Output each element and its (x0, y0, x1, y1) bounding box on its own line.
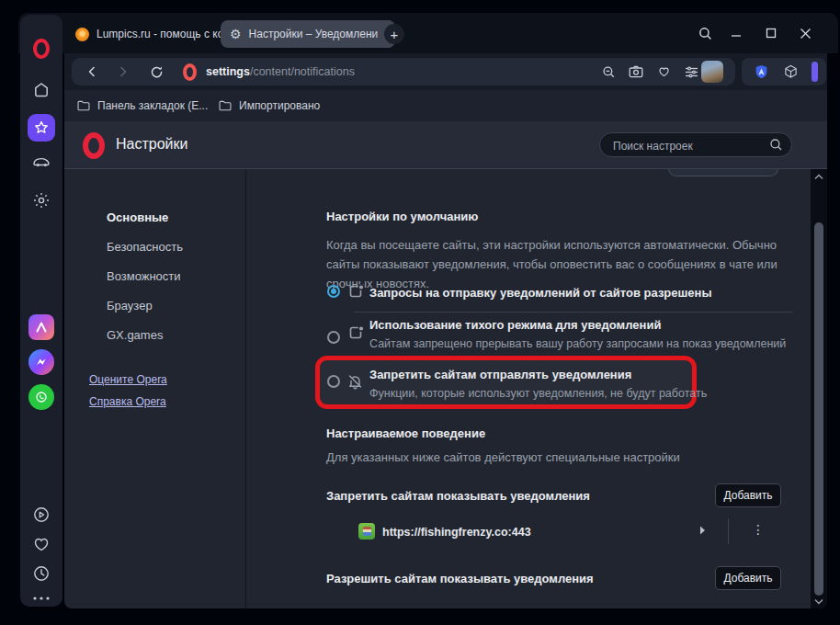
site-favicon (358, 523, 375, 540)
settings-search-box[interactable] (599, 132, 792, 157)
sidebar-item-gxgames[interactable]: GX.games (107, 328, 163, 342)
opera-site-badge-icon[interactable] (178, 58, 200, 85)
url-primary: settings (206, 65, 250, 78)
address-field[interactable]: settings/content/notifications (72, 58, 735, 85)
tab-label: Lumpics.ru - помощь с ко (96, 28, 223, 40)
bookmarks-heart-icon[interactable] (20, 535, 62, 553)
tab-search-icon[interactable] (693, 22, 717, 44)
address-bar-row: settings/content/notifications (64, 53, 827, 90)
star-icon (28, 114, 55, 142)
allow-sites-row-label: Разрешить сайтам показывать уведомления (326, 572, 594, 585)
whatsapp-icon[interactable] (20, 384, 62, 410)
option-divider (354, 312, 793, 312)
shield-extension-icon[interactable] (749, 58, 773, 85)
bookmark-folder-label: Панель закладок (Е... (97, 99, 208, 112)
snapshot-camera-icon[interactable] (623, 58, 649, 85)
scrollbar[interactable] (811, 169, 827, 608)
sidebar-item-active[interactable] (20, 114, 62, 142)
url-secondary: /content/notifications (250, 65, 355, 78)
sidebar-rail (20, 15, 62, 607)
tab-lumpics[interactable]: Lumpics.ru - помощь с ко (66, 20, 235, 48)
scroll-up-icon[interactable] (814, 174, 823, 180)
bell-slash-icon (347, 374, 363, 390)
site-url[interactable]: https://fishingfrenzy.co:443 (382, 526, 531, 539)
defaults-description: Когда вы посещаете сайты, эти настройки … (326, 235, 800, 293)
section-heading-custom: Настраиваемое поведение (326, 426, 485, 440)
page-title: Настройки (116, 136, 187, 153)
browser-window: Lumpics.ru - помощь с ко ⚙ Настройки – У… (0, 0, 840, 625)
tab-bar: Lumpics.ru - помощь с ко ⚙ Настройки – У… (64, 13, 840, 53)
add-allowed-site-button[interactable]: Добавить (715, 566, 781, 590)
section-heading-defaults: Настройки по умолчанию (326, 210, 478, 223)
custom-description: Для указанных ниже сайтов действуют спец… (326, 450, 680, 464)
add-blocked-site-button[interactable]: Добавить (715, 483, 781, 507)
player-icon[interactable] (20, 506, 62, 524)
settings-body: Основные Безопасность Возможности Браузе… (64, 169, 827, 608)
radio-block-notifications[interactable] (327, 375, 340, 388)
gear-icon: ⚙ (230, 28, 242, 40)
new-tab-button[interactable]: + (384, 24, 404, 44)
home-icon[interactable] (20, 81, 62, 99)
site-more-menu-icon[interactable]: ⋮ (752, 522, 765, 537)
reload-icon[interactable] (143, 58, 169, 85)
bookmarks-bar: Панель закладок (Е... Импортировано (64, 90, 827, 121)
tab-label: Настройки – Уведомлени (249, 28, 379, 40)
settings-search-input[interactable] (611, 135, 762, 156)
option-label[interactable]: Запретить сайтам отправлять уведомления (369, 368, 631, 381)
back-icon[interactable] (79, 58, 105, 85)
maximize-button[interactable] (759, 22, 783, 44)
opera-logo-icon (33, 39, 50, 59)
tab-settings-notifications[interactable]: ⚙ Настройки – Уведомлени (221, 20, 395, 48)
option-sublabel: Функции, которые используют уведомления,… (369, 387, 707, 400)
minimize-button[interactable] (724, 22, 748, 44)
opera-logo-icon (83, 132, 105, 159)
search-icon (769, 138, 783, 152)
notification-permission-icon (349, 325, 364, 340)
radio-allow-requests[interactable] (327, 285, 340, 298)
scroll-down-icon[interactable] (814, 598, 823, 605)
messenger-icon[interactable] (20, 349, 62, 375)
nav-content-divider (245, 169, 246, 608)
profile-avatar[interactable] (701, 61, 723, 83)
folder-icon (219, 100, 232, 111)
aria-icon[interactable] (20, 314, 62, 340)
url-text[interactable]: settings/content/notifications (206, 58, 355, 85)
site-row-divider (728, 518, 729, 544)
find-in-page-icon[interactable] (596, 58, 621, 85)
notification-permission-icon (349, 284, 364, 299)
bookmark-folder-imported[interactable]: Импортировано (219, 90, 320, 121)
sidebar-item-basic[interactable]: Основные (107, 210, 168, 224)
extensions-panel (742, 58, 826, 85)
annotation-highlight-box (315, 356, 697, 409)
bookmark-folder-label: Импортировано (239, 99, 320, 112)
option-label[interactable]: Использование тихого режима для уведомле… (369, 318, 661, 332)
settings-header: Настройки (64, 121, 827, 169)
extensions-cube-icon[interactable] (778, 58, 802, 85)
close-button[interactable] (793, 22, 817, 44)
scrollbar-thumb[interactable] (814, 222, 823, 596)
bookmark-folder-panel[interactable]: Панель закладок (Е... (77, 90, 208, 121)
brightness-icon[interactable] (20, 191, 62, 210)
lumpics-favicon-icon (75, 28, 89, 41)
history-icon[interactable] (20, 564, 62, 583)
car-icon[interactable] (20, 153, 62, 171)
sidebar-item-security[interactable]: Безопасность (107, 240, 183, 254)
radio-quiet-mode[interactable] (327, 331, 340, 344)
sidebar-toggle-pill[interactable] (812, 62, 818, 82)
scrolled-dropdown-remnant (668, 169, 778, 176)
rate-opera-link[interactable]: Оцените Opera (89, 373, 167, 386)
sidebar-item-features[interactable]: Возможности (107, 269, 181, 283)
option-sublabel: Сайтам запрещено прерывать вашу работу з… (369, 337, 786, 350)
folder-icon (77, 100, 90, 111)
sidebar-item-browser[interactable]: Браузер (107, 299, 153, 312)
opera-help-link[interactable]: Справка Opera (89, 395, 166, 408)
forward-icon[interactable] (110, 58, 136, 85)
block-sites-row-label: Запретить сайтам показывать уведомления (326, 489, 590, 503)
site-expand-chevron-icon[interactable] (698, 525, 707, 536)
more-ellipsis-icon[interactable] (20, 596, 62, 601)
bookmark-heart-icon[interactable] (651, 58, 676, 85)
tune-icon[interactable] (678, 58, 704, 85)
option-label[interactable]: Запросы на отправку уведомлений от сайто… (369, 286, 712, 300)
opera-menu-button[interactable] (20, 39, 62, 59)
